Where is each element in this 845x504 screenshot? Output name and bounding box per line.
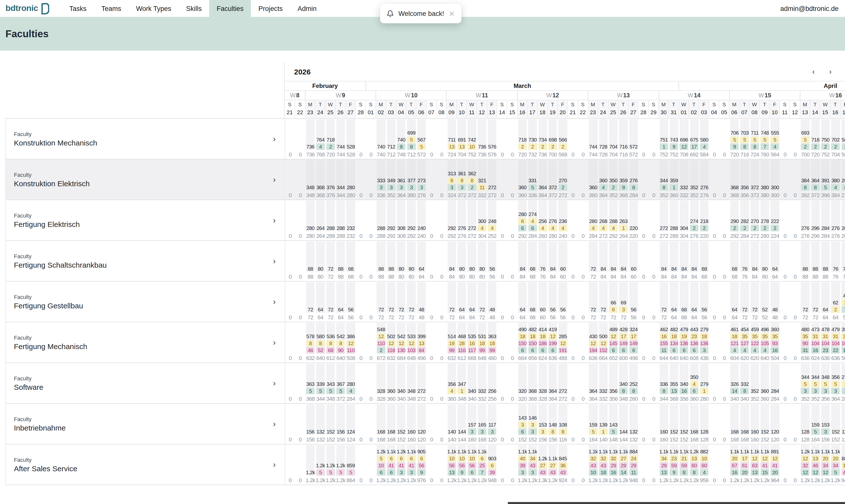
day-cell: 0 <box>578 322 588 362</box>
day-stack: 7182 <box>325 137 336 150</box>
nav-item-admin[interactable]: Admin <box>290 0 324 17</box>
allocation-badge-yellow: 8 <box>548 429 557 435</box>
faculty-row[interactable]: FacultyInbetriebnahme›001561561321321521… <box>6 404 845 445</box>
faculty-cell[interactable]: FacultyKonstruktion Mechanisch› <box>6 119 285 159</box>
remaining-value: 1.1k <box>468 448 477 455</box>
day-cell: 8484 <box>598 241 608 281</box>
day-stack: 324171496 <box>629 326 639 354</box>
day-cell: 132132 <box>315 404 325 444</box>
day-number: 09 <box>446 108 457 118</box>
allocation-badge-pink: 130 <box>397 347 406 354</box>
chevron-right-icon[interactable]: › <box>273 215 276 225</box>
day-letter: T <box>668 100 679 108</box>
faculty-row[interactable]: FacultyKonstruktion Elektrisch›003483483… <box>6 159 845 200</box>
day-stack: 168 <box>386 429 397 435</box>
remaining-value: 84 <box>601 266 606 272</box>
allocation-badge-teal: 2 <box>690 225 699 231</box>
day-stack: 576 <box>487 144 497 150</box>
remaining-value: 280 <box>347 184 355 191</box>
nav-item-work-types[interactable]: Work Types <box>129 0 179 17</box>
faculty-cell[interactable]: FacultyKonstruktion Elektrisch› <box>6 159 285 200</box>
faculty-row[interactable]: FacultySoftware›003635368339534434353483… <box>6 363 845 404</box>
faculty-cell[interactable]: FacultySoftware› <box>6 363 285 403</box>
day-stack: 88 <box>821 266 831 272</box>
allocation-badge-pink: 152 <box>599 347 608 354</box>
faculty-cell[interactable]: FacultyFertigung Gestellbau› <box>6 282 285 322</box>
day-cell: 6868 <box>699 241 709 281</box>
day-cell: 7272 <box>325 282 336 322</box>
day-stack: 419121996 <box>548 326 558 354</box>
day-cell: 3591360 <box>669 159 679 200</box>
day-stack: 376 <box>325 184 336 191</box>
day-cell: 168168 <box>386 404 397 444</box>
day-stack: 88 <box>376 266 386 272</box>
day-cell: 3635368 <box>305 363 315 403</box>
allocation-badge-teal: 4 <box>700 144 708 150</box>
remaining-value: 1.1k <box>457 448 466 455</box>
faculty-row[interactable]: FacultyKonstruktion Mechanisch›007367367… <box>6 119 845 159</box>
remaining-value: 288 <box>337 225 345 231</box>
day-cell: 7272 <box>477 282 487 322</box>
day-cell: 2684272 <box>598 200 608 240</box>
allocation-badge-pink: 150 <box>518 340 527 347</box>
day-cell: 36183372 <box>457 159 467 200</box>
chevron-right-icon[interactable]: › <box>273 256 276 266</box>
nav-item-skills[interactable]: Skills <box>179 0 209 17</box>
remaining-value: 321 <box>478 177 486 184</box>
horizontal-scrollbar[interactable] <box>508 502 845 504</box>
chevron-right-icon[interactable]: › <box>273 378 276 388</box>
faculty-cell[interactable]: FacultyFertigung Elektrisch› <box>6 200 285 240</box>
allocation-badge-pink: 110 <box>347 347 355 354</box>
allocation-badge-pink: 194 <box>589 347 597 354</box>
allocation-badge-teal: 5 <box>327 388 335 394</box>
remaining-value: 744 <box>337 144 345 150</box>
nav-item-projects[interactable]: Projects <box>251 0 290 17</box>
day-number: 08 <box>749 108 759 118</box>
chevron-left-icon[interactable]: ‹ <box>812 67 815 75</box>
faculty-row[interactable]: FacultyFertigung Mechanisch›005788466325… <box>6 322 845 363</box>
faculty-cell[interactable]: FacultyFertigung Schaltschrankbau› <box>6 241 285 281</box>
remaining-value: 168 <box>377 429 385 435</box>
day-cell: 324171496496 <box>629 322 639 362</box>
day-cell: 304304 <box>679 200 689 240</box>
faculty-row[interactable]: FacultyFertigung Elektrisch›002802802642… <box>6 200 845 241</box>
day-stack: 132 <box>315 429 325 435</box>
remaining-value: 72 <box>328 306 333 313</box>
faculty-row[interactable]: FacultyFertigung Schaltschrankbau›008888… <box>6 241 845 282</box>
faculty-row[interactable]: FacultyAfter Sales Service›001.2k1.2k1.2… <box>6 445 845 485</box>
day-stack: 272 <box>659 225 669 231</box>
chevron-right-icon[interactable]: › <box>829 67 832 75</box>
nav-item-teams[interactable]: Teams <box>94 0 129 17</box>
faculty-cell[interactable]: FacultyAfter Sales Service› <box>6 445 285 485</box>
day-stack: 68 <box>729 266 740 272</box>
chevron-right-icon[interactable]: › <box>273 337 276 347</box>
day-cell: 8080 <box>477 241 487 281</box>
allocation-badge-yellow: 32 <box>599 455 608 462</box>
chevron-right-icon[interactable]: › <box>273 297 276 307</box>
remaining-value: 340 <box>397 388 405 394</box>
allocation-badge-yellow: 12 <box>589 340 597 347</box>
remaining-value: 304 <box>680 225 688 231</box>
faculty-row[interactable]: FacultyFertigung Gestellbau›007272646472… <box>6 282 845 322</box>
remaining-value: 285 <box>559 333 567 340</box>
nav-item-faculties[interactable]: Faculties <box>209 0 251 17</box>
faculty-cell[interactable]: FacultyInbetriebnahme› <box>6 404 285 444</box>
day-stack: 1.1k34433 <box>528 448 538 476</box>
day-number: 06 <box>729 108 739 118</box>
day-cell: 168168 <box>740 404 750 444</box>
day-stack: 1.1k272914 <box>618 448 629 476</box>
close-icon[interactable]: ✕ <box>448 10 455 17</box>
chevron-right-icon[interactable]: › <box>273 419 276 429</box>
day-cell: 332332 <box>679 159 689 200</box>
remaining-value: 72 <box>843 266 845 272</box>
day-stack: 64 <box>467 306 477 313</box>
faculty-cell[interactable]: FacultyFertigung Mechanisch› <box>6 322 285 362</box>
remaining-value: 69 <box>621 300 626 306</box>
chevron-right-icon[interactable]: › <box>273 175 276 184</box>
bdtronic-logo[interactable]: bdtronic <box>5 3 49 14</box>
chevron-right-icon[interactable]: › <box>273 460 276 469</box>
day-cell: 8484 <box>669 241 679 281</box>
chevron-right-icon[interactable]: › <box>273 134 276 144</box>
day-number: 29 <box>648 108 658 118</box>
nav-item-tasks[interactable]: Tasks <box>62 0 94 17</box>
